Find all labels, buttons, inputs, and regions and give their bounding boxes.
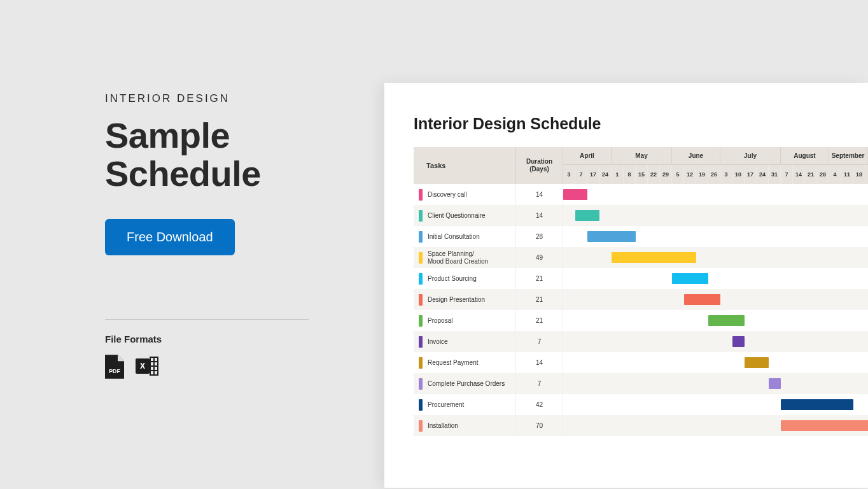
month-cell: April (563, 147, 612, 164)
gantt-bar (563, 189, 587, 200)
color-swatch (419, 357, 423, 369)
duration-cell: 49 (516, 247, 563, 268)
task-cell: Discovery call (414, 184, 516, 205)
day-cell: 31 (769, 165, 781, 184)
color-swatch (419, 294, 423, 306)
gantt-bar (575, 210, 599, 221)
month-cell: July (720, 147, 781, 164)
gantt-bar (684, 294, 720, 305)
table-row: Procurement42 (414, 394, 868, 415)
day-cell: 19 (696, 165, 708, 184)
task-cell: Complete Purchase Orders (414, 373, 516, 394)
day-cell: 1 (612, 165, 624, 184)
gantt-body: Discovery call14Client Questionnaire14In… (414, 184, 868, 436)
th-months: AprilMayJuneJulyAugustSeptember 37172418… (563, 147, 868, 184)
task-name: Product Sourcing (428, 275, 477, 283)
day-cell: 12 (684, 165, 696, 184)
gantt-bar (612, 252, 696, 263)
color-swatch (419, 399, 423, 411)
timeline-cell (563, 247, 868, 268)
gantt-header: Tasks Duration (Days) AprilMayJuneJulyAu… (414, 147, 868, 184)
gantt-bar (672, 273, 708, 284)
duration-cell: 70 (516, 415, 563, 436)
day-cell: 24 (599, 165, 612, 184)
duration-cell: 21 (516, 289, 563, 310)
task-name: Request Payment (428, 359, 479, 367)
th-duration: Duration (Days) (516, 147, 563, 184)
table-row: Proposal21 (414, 310, 868, 331)
svg-text:X: X (140, 362, 145, 371)
day-cell: 10 (732, 165, 745, 184)
task-name: Space Planning/Mood Board Creation (428, 250, 488, 265)
day-cell: 26 (708, 165, 720, 184)
color-swatch (419, 252, 423, 264)
duration-cell: 7 (516, 373, 563, 394)
month-cell: August (781, 147, 829, 164)
task-cell: Installation (414, 415, 516, 436)
divider (105, 319, 309, 320)
th-duration-l1: Duration (526, 158, 552, 166)
color-swatch (419, 336, 423, 348)
day-cell: 14 (793, 165, 805, 184)
duration-cell: 42 (516, 394, 563, 415)
day-cell: 5 (672, 165, 684, 184)
duration-cell: 28 (516, 226, 563, 247)
task-name: Complete Purchase Orders (428, 380, 505, 388)
document-preview: Interior Design Schedule Tasks Duration … (384, 83, 868, 488)
duration-cell: 14 (516, 184, 563, 205)
table-row: Installation70 (414, 415, 868, 436)
svg-text:PDF: PDF (109, 368, 120, 374)
timeline-cell (563, 268, 868, 289)
task-cell: Client Questionnaire (414, 205, 516, 226)
left-panel: INTERIOR DESIGN Sample Schedule Free Dow… (105, 92, 360, 379)
excel-icon: X (136, 355, 158, 378)
month-cell: June (672, 147, 720, 164)
color-swatch (419, 189, 423, 201)
day-cell: 17 (745, 165, 757, 184)
gantt-bar (587, 231, 636, 242)
gantt-bar (732, 336, 745, 347)
table-row: Design Presentation21 (414, 289, 868, 310)
day-cell: 15 (636, 165, 648, 184)
day-cell: 22 (648, 165, 660, 184)
duration-cell: 21 (516, 268, 563, 289)
task-cell: Product Sourcing (414, 268, 516, 289)
task-name: Installation (428, 422, 458, 430)
duration-cell: 14 (516, 205, 563, 226)
table-row: Product Sourcing21 (414, 268, 868, 289)
gantt-bar (781, 420, 868, 431)
day-cell: 21 (805, 165, 817, 184)
month-cell: May (612, 147, 672, 164)
day-cell: 7 (575, 165, 587, 184)
color-swatch (419, 210, 423, 222)
task-name: Proposal (428, 317, 452, 325)
download-button[interactable]: Free Download (105, 219, 235, 255)
timeline-cell (563, 205, 868, 226)
table-row: Complete Purchase Orders7 (414, 373, 868, 394)
day-cell: 18 (853, 165, 865, 184)
task-name: Design Presentation (428, 296, 485, 304)
gantt-bar (708, 315, 745, 326)
eyebrow-text: INTERIOR DESIGN (105, 92, 360, 105)
timeline-cell (563, 226, 868, 247)
day-cell: 28 (817, 165, 829, 184)
day-cell: 3 (563, 165, 575, 184)
month-cell: September (829, 147, 867, 164)
table-row: Invoice7 (414, 331, 868, 352)
table-row: Space Planning/Mood Board Creation49 (414, 247, 868, 268)
gantt-bar (745, 357, 769, 368)
day-cell: 8 (624, 165, 636, 184)
gantt-bar (769, 378, 781, 389)
duration-cell: 7 (516, 331, 563, 352)
day-cell: 24 (757, 165, 769, 184)
timeline-cell (563, 394, 868, 415)
table-row: Request Payment14 (414, 352, 868, 373)
task-name: Initial Consultation (428, 233, 480, 241)
color-swatch (419, 378, 423, 390)
color-swatch (419, 273, 423, 285)
file-formats-label: File Formats (105, 334, 360, 344)
task-name: Procurement (428, 401, 464, 409)
timeline-cell (563, 352, 868, 373)
task-name: Invoice (428, 338, 448, 346)
timeline-cell (563, 310, 868, 331)
